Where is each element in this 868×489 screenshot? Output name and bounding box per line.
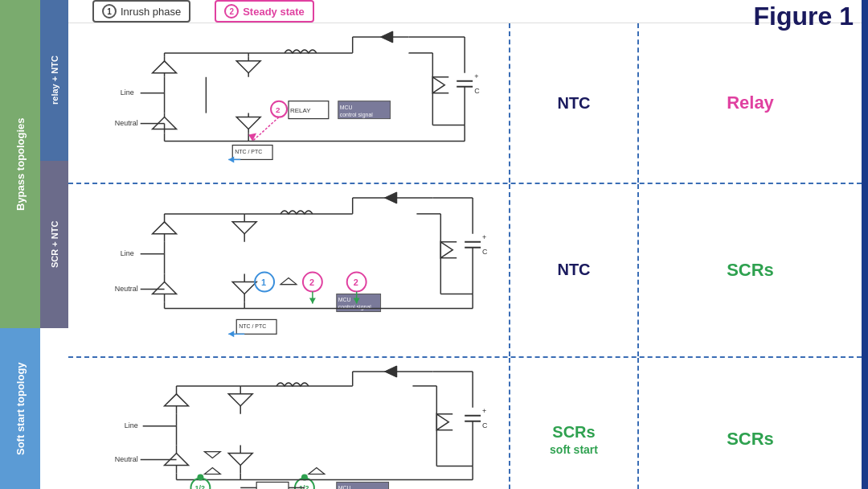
inrush-badge: 1 Inrush phase <box>92 0 190 23</box>
svg-text:2: 2 <box>276 105 280 114</box>
svg-marker-129 <box>228 453 252 465</box>
svg-marker-120 <box>165 393 189 405</box>
svg-text:+: + <box>474 72 478 80</box>
svg-marker-9 <box>236 117 260 129</box>
svg-text:Line: Line <box>121 249 134 257</box>
relay-ntc-label: relay + NTC <box>40 0 68 161</box>
svg-marker-59 <box>153 222 177 234</box>
scr-ntc-circuit: Line Neutral <box>68 184 510 355</box>
inrush-label: Inrush phase <box>121 6 181 18</box>
figure-title: Figure 1 <box>754 2 854 31</box>
svg-text:+: + <box>482 406 486 414</box>
svg-text:1: 1 <box>261 277 266 287</box>
svg-text:control signal: control signal <box>340 112 374 118</box>
scr-ntc-inrush-label: NTC <box>557 261 590 279</box>
svg-rect-156 <box>256 482 289 489</box>
svg-marker-118 <box>280 278 297 285</box>
relay-ntc-circuit: Line Neutral <box>68 23 510 183</box>
svg-text:Neutral: Neutral <box>115 454 138 462</box>
scr-ntc-svg: Line Neutral <box>72 188 505 351</box>
steady-circle: 2 <box>224 4 239 18</box>
soft-start-steady-label: SCRs <box>727 429 774 450</box>
svg-text:C: C <box>482 248 488 256</box>
svg-text:C: C <box>482 421 488 429</box>
svg-text:MCU: MCU <box>338 298 351 303</box>
svg-marker-176 <box>204 451 220 458</box>
svg-text:+: + <box>482 233 486 241</box>
soft-start-labels: SCRs soft start SCRs <box>510 358 862 489</box>
svg-marker-68 <box>232 282 256 294</box>
soft-start-spacer <box>40 328 68 489</box>
soft-start-row: Line Neutral 1/2 1/2 <box>68 358 862 489</box>
svg-marker-6 <box>236 61 260 73</box>
soft-start-steady: SCRs <box>639 358 862 489</box>
svg-text:NTC / PTC: NTC / PTC <box>239 324 266 330</box>
svg-text:RELAY: RELAY <box>290 107 311 114</box>
svg-marker-65 <box>232 222 256 234</box>
svg-marker-98 <box>228 331 234 338</box>
svg-marker-55 <box>432 77 444 93</box>
sub-labels-col: relay + NTC SCR + NTC <box>40 0 68 489</box>
svg-point-146 <box>197 474 203 480</box>
svg-marker-177 <box>309 467 325 474</box>
svg-text:NTC / PTC: NTC / PTC <box>235 149 262 154</box>
svg-text:2: 2 <box>354 277 358 287</box>
svg-marker-126 <box>228 393 252 405</box>
scr-ntc-labels: NTC SCRs <box>510 184 862 355</box>
soft-start-scrs: SCRs <box>550 421 598 442</box>
inrush-circle: 1 <box>102 4 117 18</box>
svg-text:2: 2 <box>309 277 314 287</box>
right-nav <box>862 0 868 489</box>
relay-ntc-svg: Line Neutral <box>72 27 505 179</box>
soft-start-subtitle: soft start <box>550 442 598 457</box>
svg-marker-151 <box>385 366 397 377</box>
soft-start-label: Soft start topology <box>0 328 40 489</box>
soft-start-svg: Line Neutral 1/2 1/2 <box>72 362 505 489</box>
relay-ntc-labels: NTC Relay <box>510 23 862 183</box>
svg-text:1/2: 1/2 <box>299 484 309 489</box>
scr-ntc-row: Line Neutral <box>68 184 862 357</box>
header-row: 1 Inrush phase 2 Steady state Figure 1 <box>68 0 862 23</box>
scr-ntc-steady: SCRs <box>639 184 862 355</box>
svg-marker-170 <box>436 413 448 429</box>
rows-container: Line Neutral <box>68 23 862 489</box>
relay-ntc-steady-label: Relay <box>727 92 774 113</box>
relay-ntc-row: Line Neutral <box>68 23 862 184</box>
relay-ntc-inrush-label: NTC <box>557 94 590 113</box>
relay-ntc-steady: Relay <box>639 23 862 183</box>
soft-start-inrush: SCRs soft start <box>510 358 639 489</box>
svg-text:MCU: MCU <box>338 485 351 489</box>
svg-marker-41 <box>248 134 256 142</box>
svg-marker-114 <box>440 242 452 258</box>
steady-label: Steady state <box>243 6 305 18</box>
scr-ntc-steady-label: SCRs <box>727 260 774 281</box>
soft-start-inrush-label: SCRs soft start <box>550 421 598 457</box>
content-area: 1 Inrush phase 2 Steady state Figure 1 <box>68 0 862 489</box>
scr-ntc-label: SCR + NTC <box>40 161 68 328</box>
scr-ntc-inrush: NTC <box>510 184 639 355</box>
steady-badge: 2 Steady state <box>215 0 314 23</box>
svg-text:MCU: MCU <box>340 105 353 110</box>
svg-marker-0 <box>153 61 177 73</box>
svg-text:1/2: 1/2 <box>194 484 204 489</box>
left-labels: Bypass topologies Soft start topology <box>0 0 40 489</box>
svg-marker-62 <box>153 282 177 294</box>
svg-text:C: C <box>474 87 480 95</box>
svg-text:Neutral: Neutral <box>115 119 138 127</box>
svg-marker-43 <box>228 156 234 162</box>
main-container: Bypass topologies Soft start topology re… <box>0 0 868 489</box>
svg-text:Line: Line <box>125 421 138 429</box>
bypass-label: Bypass topologies <box>0 0 40 328</box>
svg-text:Neutral: Neutral <box>115 285 138 293</box>
relay-ntc-inrush: NTC <box>510 23 639 183</box>
soft-start-circuit: Line Neutral 1/2 1/2 <box>68 358 510 489</box>
svg-marker-84 <box>385 192 397 203</box>
svg-text:control signal: control signal <box>338 305 372 311</box>
svg-marker-100 <box>309 298 316 304</box>
svg-marker-29 <box>381 31 393 43</box>
svg-marker-174 <box>204 467 220 474</box>
svg-text:Line: Line <box>121 88 134 97</box>
